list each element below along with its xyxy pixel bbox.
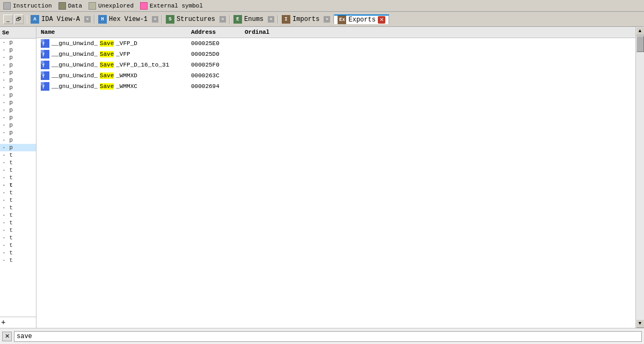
sidebar-item-17: · t [0, 159, 36, 166]
svg-rect-8 [41, 61, 44, 64]
legend-instruction: Instruction [3, 2, 52, 10]
sidebar-item-25: · t [0, 219, 36, 226]
col-header-name: Name [36, 28, 187, 36]
tab-hex-label: Hex View-1 [109, 16, 148, 23]
sidebar-item-22: · t [0, 196, 36, 204]
row-1-address: 000025E0 [187, 40, 240, 47]
row-5-suffix: _WMMXC [116, 83, 137, 90]
row-5-highlight: Save [100, 83, 114, 90]
sidebar-item-13: · p [0, 129, 36, 136]
instruction-label: Instruction [13, 3, 52, 9]
row-3-icon: f [41, 61, 49, 69]
tab-bar: _ 🗗 A IDA View-A ✕ H Hex View-1 ✕ S Stru… [0, 12, 644, 27]
unexplored-color [89, 2, 96, 10]
sidebar-item-5: · p [0, 69, 36, 76]
sidebar-item-19: · t [0, 174, 36, 181]
row-3-suffix: _VFP_D_16_to_31 [116, 62, 169, 68]
command-bar: ✕ [0, 328, 644, 344]
tab-enums-icon: E [233, 15, 242, 24]
tab-structures-close[interactable]: ✕ [219, 16, 226, 23]
sidebar-item-16: · t [0, 151, 36, 159]
svg-rect-2 [41, 39, 44, 42]
tab-ida-close[interactable]: ✕ [84, 16, 91, 23]
col-header-address: Address [187, 28, 240, 36]
sidebar-item-14: · p [0, 136, 36, 144]
row-4-suffix: _WMMXD [116, 72, 137, 79]
sidebar-header-label: Se [2, 30, 9, 36]
row-2-suffix: _VFP [116, 51, 130, 57]
tab-enums-close[interactable]: ✕ [268, 16, 274, 23]
minimize-button[interactable]: _ [3, 14, 13, 24]
row-2-icon: f [41, 50, 49, 58]
tab-structures[interactable]: S Structures ✕ [162, 15, 230, 24]
tab-exports-icon: Ex [338, 16, 346, 24]
tab-ida-view-a[interactable]: A IDA View-A ✕ [27, 15, 94, 24]
sidebar-content: · p · p · p · p · p · p · p · p · p · p … [0, 39, 36, 317]
sidebar-item-30: · t [0, 257, 36, 264]
main-area: Se · p · p · p · p · p · p · p · p · p ·… [0, 27, 644, 328]
row-1-prefix: __gnu_Unwind_ [52, 40, 98, 47]
sidebar-item-6: · p [0, 76, 36, 84]
svg-rect-14 [41, 82, 44, 85]
scroll-up-button[interactable]: ▲ [636, 27, 645, 35]
tab-imports-close[interactable]: ✕ [324, 16, 330, 23]
tab-imports-icon: I [282, 15, 290, 24]
sidebar-item-9: · p [0, 99, 36, 106]
scroll-thumb[interactable] [636, 36, 644, 52]
row-3-highlight: Save [100, 62, 114, 68]
sidebar-item-3: · p [0, 54, 36, 61]
tab-imports-label: Imports [292, 16, 319, 23]
row-4-address: 0000263C [187, 72, 240, 79]
scroll-track[interactable] [636, 35, 644, 319]
sidebar: Se · p · p · p · p · p · p · p · p · p ·… [0, 27, 36, 328]
sidebar-item-15: · p [0, 144, 36, 151]
row-2-highlight: Save [100, 51, 114, 57]
tab-bar-left: _ 🗗 [0, 14, 27, 24]
tab-hex-close[interactable]: ✕ [152, 16, 158, 23]
tab-enums[interactable]: E Enums ✕ [230, 15, 278, 24]
tab-exports[interactable]: Ex Exports ✕ [334, 14, 389, 24]
row-3-prefix: __gnu_Unwind_ [52, 62, 98, 68]
exports-table-rows: f __gnu_Unwind_Save_VFP_D 000025E0 f [36, 38, 635, 328]
svg-rect-11 [41, 71, 44, 75]
svg-rect-5 [41, 50, 44, 53]
row-1-highlight: Save [100, 40, 114, 47]
restore-button[interactable]: 🗗 [14, 14, 24, 24]
scroll-down-button[interactable]: ▼ [636, 319, 645, 328]
sidebar-item-28: · t [0, 241, 36, 249]
row-4-prefix: __gnu_Unwind_ [52, 72, 98, 79]
data-label: Data [68, 3, 82, 9]
row-3-address: 000025F0 [187, 61, 240, 69]
row-4-name: f __gnu_Unwind_Save_WMMXD [36, 71, 187, 80]
command-clear-button[interactable]: ✕ [2, 332, 12, 341]
exports-table-header: Name Address Ordinal [36, 27, 635, 38]
row-4-highlight: Save [100, 72, 114, 79]
table-row[interactable]: f __gnu_Unwind_Save_VFP_D 000025E0 [36, 38, 635, 49]
tab-hex-view-1[interactable]: H Hex View-1 ✕ [94, 15, 162, 24]
table-row[interactable]: f __gnu_Unwind_Save_WMMXD 0000263C [36, 70, 635, 81]
row-3-ordinal [240, 64, 294, 65]
legend-bar: Instruction Data Unexplored External sym… [0, 0, 644, 12]
exports-panel: Name Address Ordinal f __gnu_Unwind_Save… [36, 27, 635, 328]
sidebar-item-2: · p [0, 46, 36, 54]
row-2-prefix: __gnu_Unwind_ [52, 51, 98, 57]
table-row[interactable]: f __gnu_Unwind_Save_VFP 000025D0 [36, 49, 635, 60]
row-1-suffix: _VFP_D [116, 40, 137, 47]
sidebar-item-23: · t [0, 204, 36, 211]
legend-unexplored: Unexplored [89, 2, 134, 10]
row-4-icon: f [41, 71, 49, 80]
row-2-name: f __gnu_Unwind_Save_VFP [36, 49, 187, 59]
tab-imports[interactable]: I Imports ✕ [278, 15, 334, 24]
command-input[interactable] [14, 331, 642, 342]
row-2-ordinal [240, 54, 294, 55]
sidebar-item-4: · p [0, 61, 36, 69]
table-row[interactable]: f __gnu_Unwind_Save_VFP_D_16_to_31 00002… [36, 60, 635, 70]
tab-exports-close-button[interactable]: ✕ [378, 16, 385, 24]
vertical-scrollbar: ▲ ▼ [635, 27, 644, 328]
sidebar-item-7: · p [0, 84, 36, 91]
sidebar-item-29: · t [0, 249, 36, 257]
sidebar-expand-icon[interactable]: + [1, 318, 5, 327]
sidebar-item-24: · t [0, 211, 36, 219]
table-row[interactable]: f __gnu_Unwind_Save_WMMXC 00002694 [36, 81, 635, 92]
legend-external-symbol: External symbol [140, 2, 203, 10]
